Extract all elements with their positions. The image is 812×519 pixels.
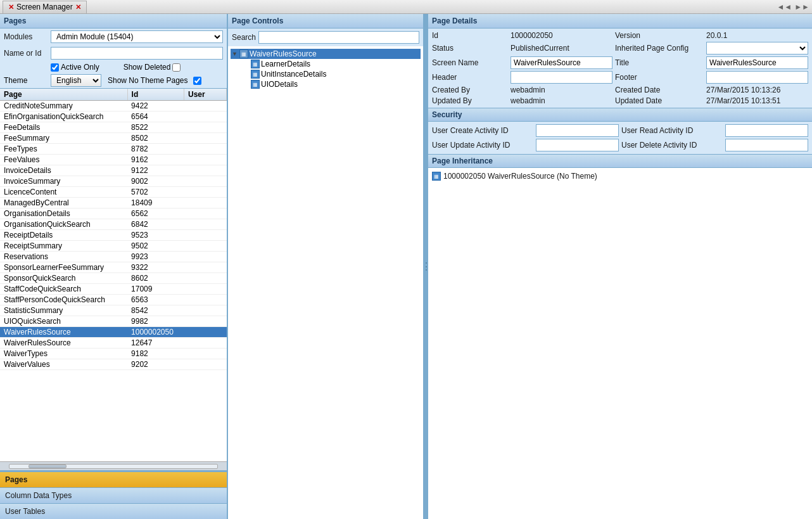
table-row[interactable]: WaiverRulesSource 12647	[0, 338, 227, 349]
user-update-activity-label: User Update Activity ID	[432, 141, 533, 150]
table-cell-id: 9002	[127, 176, 184, 187]
tree-item-uio[interactable]: ▦ UIODetails	[231, 79, 421, 89]
active-only-checkbox-label[interactable]: Active Only	[51, 63, 99, 72]
user-create-activity-input[interactable]	[536, 124, 619, 137]
tree-item-learner[interactable]: ▦ LearnerDetails	[231, 59, 421, 69]
details-grid: Id 1000002050 Version 20.0.1 Status Publ…	[428, 29, 812, 108]
theme-select[interactable]: English	[51, 74, 101, 87]
created-date-value: 27/Mar/2015 10:13:26	[706, 86, 808, 94]
table-row[interactable]: InvoiceDetails 9122	[0, 165, 227, 176]
modules-dropdown[interactable]: Admin Module (15404)	[51, 30, 223, 43]
footer-input[interactable]	[706, 71, 808, 84]
nav-left-icon[interactable]: ◄◄	[777, 3, 792, 11]
tree-arrow-waiverrules: ▼	[232, 51, 238, 57]
table-row[interactable]: FeeValues 9162	[0, 155, 227, 165]
table-row[interactable]: StatisticSummary 8542	[0, 305, 227, 316]
table-row[interactable]: OrganisationDetails 6562	[0, 208, 227, 219]
tree-label-unitinstance: UnitInstanceDetails	[261, 70, 326, 79]
show-deleted-checkbox[interactable]	[172, 63, 181, 72]
tab-user-tables[interactable]: User Tables	[0, 503, 227, 519]
table-cell-user	[184, 295, 226, 305]
table-row[interactable]: WaiverTypes 9182	[0, 349, 227, 359]
theme-row: Theme English Show No Theme Pages	[0, 73, 227, 88]
user-read-activity-input[interactable]	[725, 124, 808, 137]
left-panel: Pages Modules Admin Module (15404) Name …	[0, 14, 228, 519]
table-cell-user	[184, 252, 226, 262]
table-cell-user	[184, 241, 226, 252]
table-row[interactable]: CreditNoteSummary 9422	[0, 101, 227, 112]
modules-row: Modules Admin Module (15404)	[0, 29, 227, 45]
tab-column-data-types[interactable]: Column Data Types	[0, 487, 227, 503]
table-cell-page: WaiverValues	[0, 359, 127, 370]
table-row[interactable]: InvoiceSummary 9002	[0, 176, 227, 187]
pages-table-container[interactable]: Page Id User CreditNoteSummary 9422 Efin…	[0, 88, 227, 461]
screen-name-input[interactable]	[511, 56, 612, 69]
table-row[interactable]: OrganisationQuickSearch 6842	[0, 219, 227, 230]
footer-label: Footer	[615, 73, 704, 82]
table-row[interactable]: ReceiptDetails 9523	[0, 230, 227, 241]
active-only-checkbox[interactable]	[51, 63, 59, 72]
table-cell-page: OrganisationDetails	[0, 208, 127, 219]
updated-by-label: Updated By	[432, 96, 508, 105]
table-cell-page: UIOQuickSearch	[0, 316, 127, 327]
table-cell-id: 5702	[127, 187, 184, 198]
screen-manager-tab[interactable]: ✕ Screen Manager ✕	[3, 1, 87, 13]
tab-pages[interactable]: Pages	[0, 471, 227, 487]
table-row[interactable]: ReceiptSummary 9502	[0, 241, 227, 252]
tree-label-uio: UIODetails	[261, 80, 298, 89]
table-row[interactable]: SponsorQuickSearch 8602	[0, 273, 227, 284]
table-row[interactable]: SponsorLearnerFeeSummary 9322	[0, 262, 227, 273]
table-row[interactable]: Reservations 9923	[0, 252, 227, 262]
table-row[interactable]: FeeSummary 8502	[0, 133, 227, 144]
table-cell-id: 8522	[127, 122, 184, 133]
tree-label-learner: LearnerDetails	[261, 60, 310, 68]
table-row[interactable]: UIOQuickSearch 9982	[0, 316, 227, 327]
table-row[interactable]: FeeDetails 8522	[0, 122, 227, 133]
page-details-header: Page Details	[428, 14, 812, 29]
tree-icon-unitinstance: ▦	[251, 70, 260, 79]
horizontal-scrollbar[interactable]	[0, 461, 227, 470]
table-cell-page: StatisticSummary	[0, 305, 127, 316]
right-panel: Page Details Id 1000002050 Version 20.0.…	[428, 14, 812, 519]
table-row[interactable]: EfinOrganisationQuickSearch 6564	[0, 112, 227, 122]
show-no-theme-checkbox[interactable]	[193, 77, 201, 85]
table-cell-id: 8602	[127, 273, 184, 284]
table-cell-user	[184, 338, 226, 349]
table-row[interactable]: StaffCodeQuickSearch 17009	[0, 284, 227, 295]
tree-container[interactable]: ▼ ▦ WaiverRulesSource ▦ LearnerDetails ▦…	[228, 46, 423, 519]
tree-item-unitinstance[interactable]: ▦ UnitInstanceDetails	[231, 69, 421, 79]
table-cell-user	[184, 144, 226, 155]
header-input[interactable]	[511, 71, 612, 84]
search-input[interactable]	[258, 31, 419, 44]
modules-label: Modules	[4, 32, 48, 41]
title-input[interactable]	[706, 56, 808, 69]
table-cell-page: WaiverTypes	[0, 349, 127, 359]
table-cell-id: 12647	[127, 338, 184, 349]
table-cell-user	[184, 349, 226, 359]
title-bar: ✕ Screen Manager ✕ ◄◄ ►►	[0, 0, 812, 14]
table-cell-user	[184, 155, 226, 165]
table-cell-user	[184, 219, 226, 230]
id-label: Id	[432, 31, 508, 40]
table-row[interactable]: WaiverValues 9202	[0, 359, 227, 370]
tree-item-waiverrules[interactable]: ▼ ▦ WaiverRulesSource	[231, 49, 421, 59]
table-row[interactable]: StaffPersonCodeQuickSearch 6563	[0, 295, 227, 305]
table-cell-id: 18409	[127, 198, 184, 208]
name-or-id-input[interactable]	[51, 47, 223, 60]
user-delete-activity-input[interactable]	[725, 139, 808, 151]
tab-close-x[interactable]: ✕	[8, 3, 14, 11]
show-deleted-checkbox-label[interactable]: Show Deleted	[124, 63, 181, 72]
tab-close-x2[interactable]: ✕	[75, 3, 81, 11]
table-cell-page: SponsorQuickSearch	[0, 273, 127, 284]
updated-by-value: webadmin	[511, 96, 612, 105]
scrollbar-thumb[interactable]	[29, 465, 67, 468]
table-cell-id: 9182	[127, 349, 184, 359]
table-row[interactable]: LicenceContent 5702	[0, 187, 227, 198]
table-row[interactable]: FeeTypes 8782	[0, 144, 227, 155]
table-row[interactable]: ManagedByCentral 18409	[0, 198, 227, 208]
inherited-page-config-dropdown[interactable]	[706, 42, 808, 54]
table-row[interactable]: WaiverRulesSource 1000002050	[0, 327, 227, 338]
nav-right-icon[interactable]: ►►	[794, 3, 809, 11]
table-cell-id: 8782	[127, 144, 184, 155]
user-update-activity-input[interactable]	[536, 139, 619, 151]
